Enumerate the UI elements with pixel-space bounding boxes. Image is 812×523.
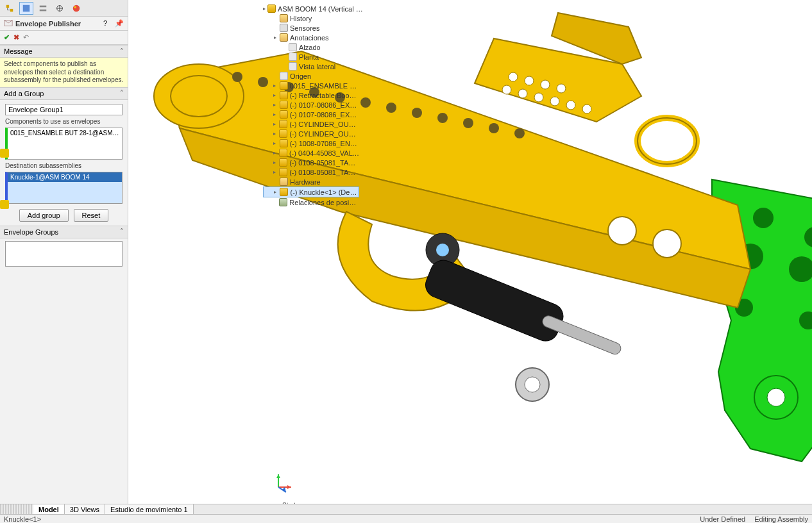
tree-item[interactable]: ▸(-) 1008-07086_ENS… [263,138,359,148]
ok-button[interactable]: ✔ [4,33,10,42]
cancel-button[interactable]: ✖ [13,33,19,42]
svg-point-21 [232,72,242,82]
tab-motion-study[interactable]: Estudio de movimiento 1 [105,504,193,514]
feature-tree: ▸ASM BOOM 14 (Vertical … HistorySensores… [263,4,359,207]
envelope-groups-section-header[interactable]: Envelope Groups ˄ [0,226,128,238]
svg-point-33 [608,217,636,245]
envelope-groups-listbox[interactable] [5,241,123,267]
tree-item-label: Origen [290,72,311,80]
feature-tree-tab-icon[interactable] [3,2,17,15]
expand-icon[interactable]: ▸ [272,140,278,146]
tree-item-label: Anotaciones [290,34,329,42]
components-listbox[interactable]: 0015_ENSAMBLE BUT 28-1@ASM BOOM 14 [5,128,123,160]
tree-item[interactable]: ▸(-) Retractable Boom… [263,90,359,100]
expand-icon[interactable]: ▸ [272,112,278,117]
tree-item-label: (-) 1008-07086_ENS… [290,140,359,147]
tree-item-label: Hardware [290,178,321,186]
tree-item[interactable]: ▸(-) CYLINDER_OUTE… [263,129,359,138]
configuration-tab-icon[interactable] [36,2,50,15]
asm-icon [279,158,287,167]
add-group-section-label: Add a Group [4,90,44,97]
tree-item[interactable]: ▸Anotaciones [263,33,359,42]
message-section-label: Message [4,47,33,55]
dimxpert-tab-icon[interactable] [53,2,67,15]
tab-model[interactable]: Model [33,504,65,514]
tree-item-label: (-) 0107-08086_EXP… [290,111,359,119]
svg-point-19 [154,64,244,128]
tree-item[interactable]: Hardware [263,177,359,187]
expand-icon[interactable]: ▸ [272,102,278,108]
tree-item-label: 0015_ENSAMBLE B… [290,82,359,90]
help-icon[interactable]: ? [103,19,112,28]
svg-point-34 [653,229,681,258]
list-item[interactable]: Knuckle-1@ASM BOOM 14 [8,172,122,182]
undo-button[interactable]: ↶ [23,33,29,42]
property-manager-tab-icon[interactable] [19,2,33,15]
add-group-section-header[interactable]: Add a Group ˄ [0,87,128,100]
selection-handle-icon[interactable] [0,149,9,158]
expand-icon[interactable]: ▸ [272,92,278,98]
svg-point-10 [767,388,785,406]
tree-item[interactable]: Planta [263,52,359,62]
folder-icon [280,33,288,42]
tree-item[interactable]: Relaciones de posició… [263,197,359,207]
folder-icon [280,178,288,186]
status-constraint: Under Defined [700,515,745,523]
chevron-up-icon[interactable]: ˄ [120,228,124,236]
message-section-header[interactable]: Message ˄ [0,45,128,58]
tree-item[interactable]: ▸(-) 0108-05081_TAPA … [263,167,359,177]
tree-item[interactable]: ▸(-) 0107-08086_EXP… [263,100,359,110]
page-icon [289,53,297,61]
tree-item[interactable]: Origen [263,71,359,81]
status-selection: Knuckle<1> [4,515,41,523]
selection-handle-icon[interactable] [0,200,9,209]
tab-3d-views[interactable]: 3D Views [65,504,105,514]
asm-icon [280,139,288,147]
tree-item[interactable]: ▸(-) 0404-45083_VALVU… [263,148,359,158]
svg-point-36 [509,72,518,81]
asm-icon [280,81,288,90]
pin-icon[interactable]: 📌 [115,19,124,28]
svg-point-43 [550,97,559,106]
destination-listbox[interactable]: Knuckle-1@ASM BOOM 14 [5,172,123,204]
tree-item[interactable]: ▸0015_ENSAMBLE B… [263,81,359,90]
tree-root[interactable]: ▸ASM BOOM 14 (Vertical … [263,4,359,13]
expand-icon[interactable]: ▸ [272,150,277,156]
tree-item[interactable]: History [263,13,359,23]
expand-icon[interactable]: ▸ [272,121,277,127]
appearance-tab-icon[interactable] [69,2,83,15]
svg-point-29 [437,113,448,123]
reset-button[interactable]: Reset [74,209,109,222]
envelope-icon [4,19,13,29]
group-name-input[interactable] [5,104,123,115]
chevron-up-icon[interactable]: ˄ [120,47,124,56]
list-item[interactable]: 0015_ENSAMBLE BUT 28-1@ASM BOOM 14 [8,128,122,138]
view-triad-icon[interactable] [272,470,295,494]
svg-point-54 [525,377,540,392]
graphics-viewport[interactable]: ▸ASM BOOM 14 (Vertical … HistorySensores… [128,0,812,523]
svg-rect-4 [40,9,47,11]
expand-icon[interactable]: ▸ [272,83,278,88]
tree-item-label: History [290,15,312,22]
tree-item[interactable]: ▸(-) 0107-08086_EXP… [263,110,359,119]
tree-item[interactable]: Sensores [263,23,359,33]
expand-icon[interactable]: ▸ [273,189,278,195]
model-3d-view[interactable] [135,0,812,500]
tree-item[interactable]: Alzado [263,42,359,52]
expand-icon[interactable]: ▸ [272,160,277,165]
svg-point-45 [582,104,591,113]
svg-point-37 [525,76,534,85]
svg-point-38 [541,80,550,89]
asm-icon [280,110,288,119]
tree-item[interactable]: ▸(-) 0108-05081_TAPA … [263,158,359,167]
tree-item[interactable]: ▸(-) Knuckle<1> (Defa… [263,187,359,197]
tree-item[interactable]: ▸(-) CYLINDER_OUTE… [263,119,359,129]
tab-scroll-area[interactable] [0,504,33,514]
tree-item[interactable]: Vista lateral [263,62,359,71]
chevron-up-icon[interactable]: ˄ [120,89,124,97]
expand-icon[interactable]: ▸ [272,35,278,40]
expand-icon[interactable]: ▸ [272,169,277,175]
bottom-tab-bar: Model 3D Views Estudio de movimiento 1 [0,504,812,514]
expand-icon[interactable]: ▸ [272,131,277,137]
add-group-button[interactable]: Add group [19,209,69,222]
